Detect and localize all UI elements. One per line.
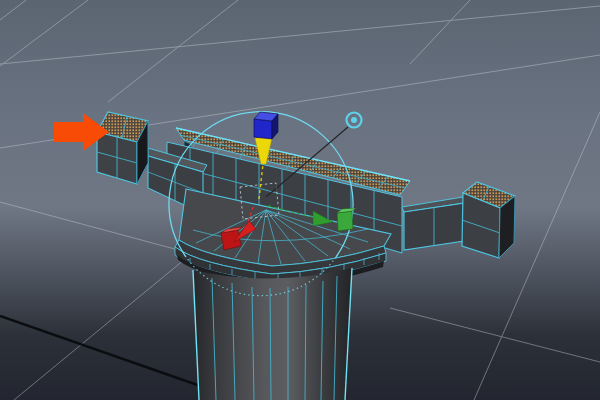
beam-right-arm[interactable] (402, 197, 465, 250)
left-end-cube[interactable] (97, 112, 148, 184)
pedestal-cylinder[interactable] (193, 268, 352, 400)
cylinder-body[interactable] (193, 268, 352, 400)
y-scale-cube-handle[interactable] (254, 112, 278, 139)
blue-cube-front[interactable] (254, 119, 272, 139)
red-cube[interactable] (221, 230, 241, 250)
3d-viewport[interactable] (0, 0, 600, 400)
viewport-canvas (0, 0, 600, 400)
right-end-cube[interactable] (462, 182, 515, 258)
green-cube-front[interactable] (337, 211, 353, 231)
switch-icon-dot (351, 117, 357, 123)
